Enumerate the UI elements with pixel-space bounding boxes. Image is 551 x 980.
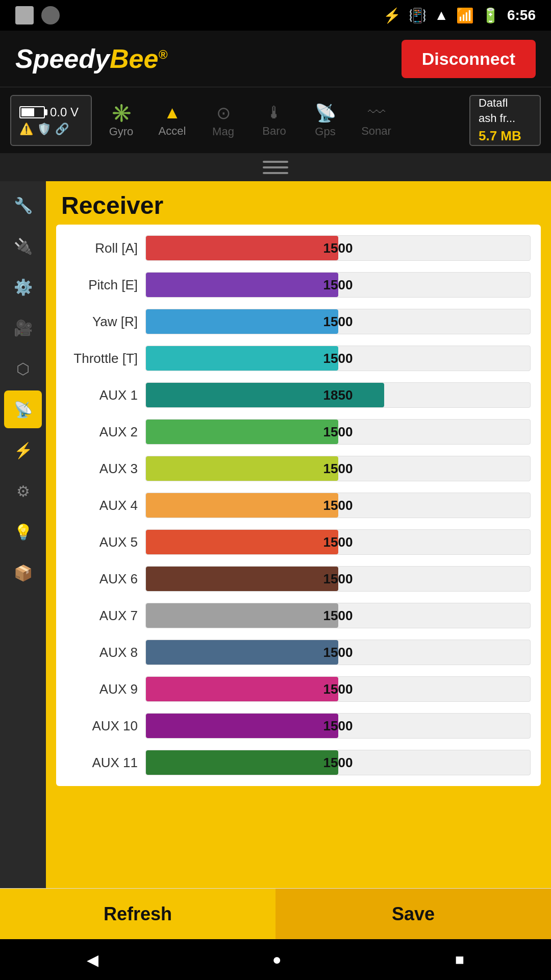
table-row: AUX 71500 <box>56 597 541 634</box>
tab-accel[interactable]: ▲ Accel <box>148 95 196 146</box>
channel-bar-container: 1500 <box>145 272 531 298</box>
main-content: Receiver Roll [A]1500Pitch [E]1500Yaw [R… <box>46 181 551 888</box>
sidebar-item-receiver[interactable]: 📡 <box>4 390 42 428</box>
back-button[interactable]: ◀ <box>87 951 98 969</box>
channel-bar-fill <box>146 493 338 518</box>
channel-value: 1500 <box>323 424 353 440</box>
channel-value: 1850 <box>323 387 353 403</box>
table-row: AUX 81500 <box>56 634 541 671</box>
channel-label: AUX 1 <box>66 387 138 403</box>
channel-label: AUX 5 <box>66 534 138 550</box>
channel-bar-container: 1500 <box>145 640 531 665</box>
channel-label: AUX 7 <box>66 608 138 624</box>
sidebar-item-box[interactable]: 📦 <box>4 554 42 592</box>
sidebar-item-lamp[interactable]: 💡 <box>4 513 42 551</box>
channel-bar-fill <box>146 236 338 260</box>
sidebar-item-wrench[interactable]: 🔧 <box>4 186 42 224</box>
receiver-table: Roll [A]1500Pitch [E]1500Yaw [R]1500Thro… <box>56 225 541 786</box>
channel-label: Yaw [R] <box>66 314 138 330</box>
channel-value: 1500 <box>323 277 353 293</box>
tab-sonar[interactable]: 〰 Sonar <box>352 95 400 146</box>
sidebar-item-motor[interactable]: ⚙ <box>4 472 42 510</box>
table-row: AUX 91500 <box>56 671 541 707</box>
channel-label: AUX 3 <box>66 461 138 477</box>
gyro-label: Gyro <box>109 125 134 138</box>
channel-label: AUX 11 <box>66 755 138 771</box>
sidebar: 🔧 🔌 ⚙️ 🎥 ⬡ 📡 ⚡ ⚙ 💡 📦 <box>0 181 46 888</box>
channel-bar-fill <box>146 567 338 591</box>
home-button[interactable]: ● <box>272 951 281 968</box>
link-icon: 🔗 <box>55 122 69 136</box>
table-row: Roll [A]1500 <box>56 230 541 266</box>
channel-bar-fill <box>146 309 338 334</box>
hamburger-icon <box>263 161 288 174</box>
channel-label: AUX 2 <box>66 424 138 440</box>
channel-bar-container: 1500 <box>145 676 531 702</box>
channel-label: Pitch [E] <box>66 277 138 293</box>
gps-label: Gps <box>315 125 335 138</box>
logo-white: Speedy <box>15 44 110 74</box>
channel-bar-container: 1500 <box>145 750 531 775</box>
warning-icon: ⚠️ <box>19 122 33 136</box>
channel-label: AUX 10 <box>66 718 138 734</box>
table-row: Pitch [E]1500 <box>56 266 541 303</box>
channel-label: Roll [A] <box>66 240 138 256</box>
channel-bar-fill <box>146 750 338 775</box>
vibration-icon: 📳 <box>409 7 427 24</box>
accel-label: Accel <box>159 125 186 138</box>
channel-value: 1500 <box>323 461 353 477</box>
hamburger-bar[interactable] <box>0 153 551 181</box>
signal-icon: 📶 <box>456 7 474 24</box>
dataflash-widget: Datafl ash fr... 5.7 MB <box>469 95 541 146</box>
sidebar-item-mixer[interactable]: ⚡ <box>4 431 42 469</box>
logo-yellow: Bee <box>110 44 158 74</box>
android-nav: ◀ ● ■ <box>0 939 551 980</box>
table-row: Throttle [T]1500 <box>56 340 541 377</box>
channel-value: 1500 <box>323 571 353 587</box>
channel-bar-container: 1500 <box>145 456 531 481</box>
sidebar-item-video[interactable]: 🎥 <box>4 309 42 347</box>
sonar-label: Sonar <box>361 125 391 138</box>
channel-value: 1500 <box>323 351 353 366</box>
channel-bar-container: 1500 <box>145 529 531 555</box>
sidebar-item-gear[interactable]: ⚙️ <box>4 268 42 306</box>
channel-value: 1500 <box>323 498 353 513</box>
channel-label: AUX 9 <box>66 681 138 697</box>
disconnect-button[interactable]: Disconnect <box>402 40 536 78</box>
dataflash-size: 5.7 MB <box>479 127 521 145</box>
tab-gyro[interactable]: ✳️ Gyro <box>97 95 145 146</box>
clock: 6:56 <box>507 7 536 23</box>
bottom-bar: Refresh Save <box>0 888 551 939</box>
mag-icon: ⊙ <box>216 103 231 123</box>
photo-icon <box>15 6 34 24</box>
channel-value: 1500 <box>323 681 353 697</box>
table-row: Yaw [R]1500 <box>56 303 541 340</box>
channel-bar-container: 1500 <box>145 419 531 445</box>
sidebar-item-plugin[interactable]: 🔌 <box>4 227 42 265</box>
channel-value: 1500 <box>323 608 353 624</box>
channel-bar-container: 1500 <box>145 309 531 334</box>
accel-icon: ▲ <box>164 103 181 122</box>
app-logo: SpeedyBee® <box>15 43 167 74</box>
channel-value: 1500 <box>323 645 353 660</box>
battery-icon-graphic <box>19 106 45 118</box>
channel-bar-container: 1500 <box>145 346 531 371</box>
table-row: AUX 11850 <box>56 377 541 413</box>
channel-value: 1500 <box>323 240 353 256</box>
tab-gps[interactable]: 📡 Gps <box>301 95 349 146</box>
sensor-bar: 0.0 V ⚠️ 🛡️ 🔗 ✳️ Gyro ▲ Accel ⊙ Mag 🌡 Ba… <box>0 87 551 153</box>
recent-button[interactable]: ■ <box>455 951 464 968</box>
channel-value: 1500 <box>323 314 353 330</box>
app-header: SpeedyBee® Disconnect <box>0 31 551 87</box>
table-row: AUX 51500 <box>56 524 541 560</box>
channel-value: 1500 <box>323 534 353 550</box>
channel-value: 1500 <box>323 755 353 771</box>
refresh-button[interactable]: Refresh <box>0 889 276 939</box>
sidebar-item-network[interactable]: ⬡ <box>4 350 42 387</box>
tab-baro[interactable]: 🌡 Baro <box>250 95 298 146</box>
page-title: Receiver <box>46 181 551 225</box>
main-layout: 🔧 🔌 ⚙️ 🎥 ⬡ 📡 ⚡ ⚙ 💡 📦 Receiver Roll [A]15… <box>0 181 551 888</box>
save-button[interactable]: Save <box>276 889 551 939</box>
tab-mag[interactable]: ⊙ Mag <box>199 95 247 146</box>
channel-label: AUX 6 <box>66 571 138 587</box>
